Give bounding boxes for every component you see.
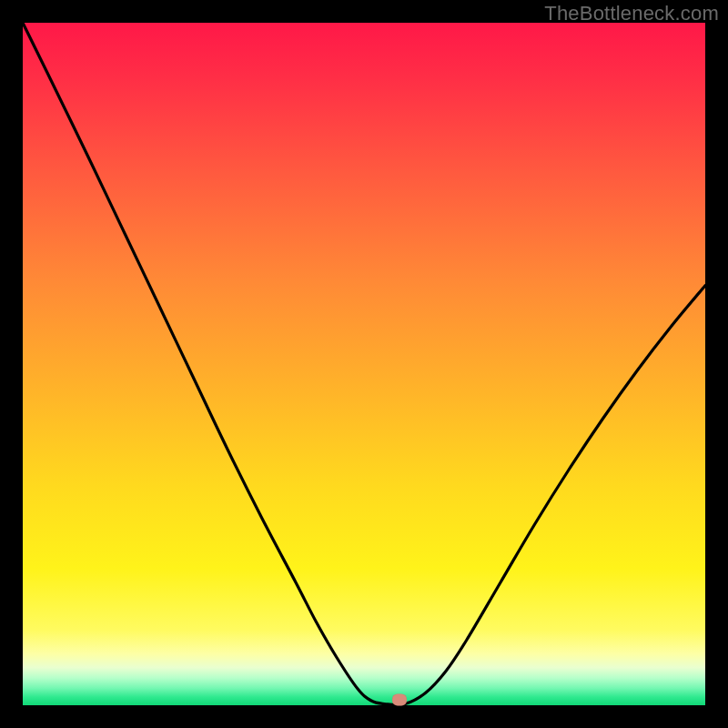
curve-path [23,23,705,705]
bottleneck-curve [23,23,705,705]
plot-area [23,23,705,705]
chart-frame: TheBottleneck.com [0,0,728,728]
minimum-marker [392,694,407,706]
